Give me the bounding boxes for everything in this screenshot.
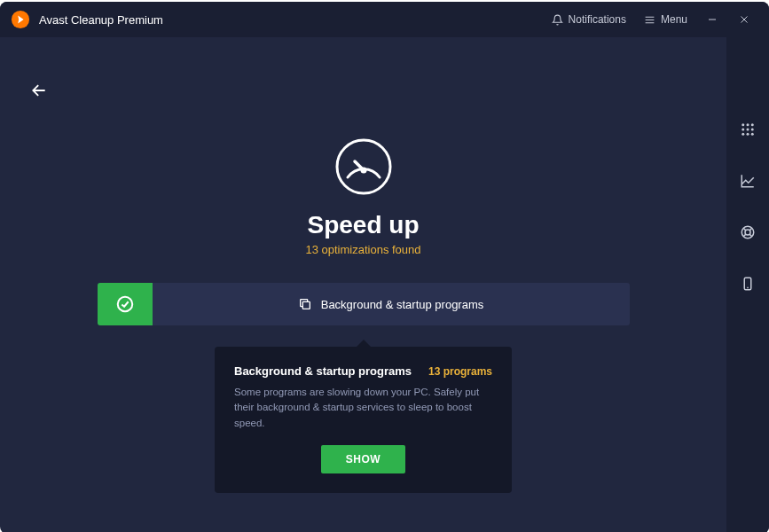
category-row[interactable]: Background & startup programs: [98, 283, 630, 325]
lifebuoy-icon: [740, 224, 756, 240]
copy-stack-icon: [298, 297, 312, 311]
svg-point-23: [745, 230, 750, 235]
close-icon: [739, 14, 749, 25]
menu-label: Menu: [661, 13, 687, 26]
category-row-content: Background & startup programs: [153, 297, 630, 311]
page-title: Speed up: [307, 211, 419, 239]
popover-arrow: [355, 340, 373, 348]
svg-point-16: [742, 129, 744, 131]
minimize-button[interactable]: [698, 5, 726, 34]
popover-title: Background & startup programs: [234, 364, 412, 378]
notifications-button[interactable]: Notifications: [545, 10, 633, 29]
svg-point-18: [751, 129, 754, 131]
bell-icon: [552, 14, 563, 26]
phone-icon: [740, 276, 756, 292]
category-label: Background & startup programs: [321, 298, 484, 311]
svg-point-14: [747, 123, 749, 126]
help-button[interactable]: [730, 215, 765, 250]
menu-button[interactable]: Menu: [637, 10, 694, 29]
body: Speed up 13 optimizations found: [0, 37, 769, 532]
app-logo-wrap: Avast Cleanup Premium: [11, 10, 163, 29]
svg-line-26: [749, 228, 752, 231]
svg-rect-12: [302, 301, 310, 309]
arrow-left-icon: [30, 82, 48, 99]
svg-point-8: [337, 140, 390, 193]
popover: Background & startup programs 13 program…: [215, 347, 512, 493]
popover-count: 13 programs: [428, 365, 492, 378]
svg-line-25: [749, 234, 752, 237]
minimize-icon: [707, 14, 718, 25]
hero-section: Speed up 13 optimizations found: [305, 135, 420, 256]
close-button[interactable]: [730, 5, 758, 34]
notifications-label: Notifications: [569, 13, 626, 26]
app-window: Avast Cleanup Premium Notifications Menu: [0, 2, 769, 532]
popover-header: Background & startup programs 13 program…: [234, 364, 492, 378]
page-subtitle: 13 optimizations found: [305, 243, 420, 256]
svg-point-10: [360, 168, 366, 174]
titlebar-actions: Notifications Menu: [545, 5, 758, 34]
main-content: Speed up 13 optimizations found: [0, 37, 726, 532]
check-circle-icon: [115, 294, 135, 314]
stats-button[interactable]: [730, 163, 765, 199]
status-chip-ok: [98, 283, 153, 325]
titlebar: Avast Cleanup Premium Notifications Menu: [0, 2, 769, 37]
hamburger-icon: [644, 14, 655, 26]
svg-point-21: [751, 133, 754, 136]
svg-point-15: [751, 123, 754, 126]
popover-description: Some programs are slowing down your PC. …: [234, 385, 492, 431]
mobile-button[interactable]: [730, 266, 765, 301]
app-title: Avast Cleanup Premium: [39, 13, 163, 27]
svg-line-24: [743, 228, 746, 231]
grid-icon: [740, 121, 756, 137]
show-button[interactable]: SHOW: [321, 445, 405, 473]
svg-point-11: [117, 297, 132, 312]
gauge-icon: [332, 135, 396, 211]
svg-point-17: [747, 129, 749, 131]
back-button[interactable]: [28, 80, 50, 101]
svg-point-19: [742, 133, 744, 136]
quickbar: [726, 37, 769, 532]
apps-grid-button[interactable]: [730, 112, 765, 147]
svg-point-20: [747, 133, 749, 136]
svg-line-27: [743, 234, 746, 237]
avast-logo-icon: [11, 10, 30, 29]
svg-point-13: [742, 123, 744, 126]
line-chart-icon: [740, 173, 756, 189]
